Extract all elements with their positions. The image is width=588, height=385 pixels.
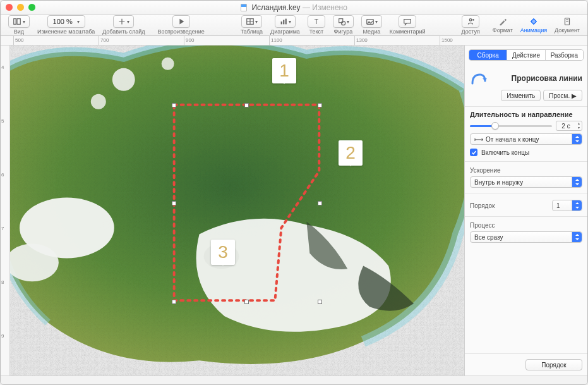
map-marker-1[interactable]: 1 — [272, 58, 296, 83]
acceleration-heading: Ускорение — [470, 167, 582, 174]
build-subtabs: Сборка Действие Разборка — [469, 49, 584, 61]
svg-marker-33 — [575, 202, 579, 204]
svg-marker-28 — [483, 78, 487, 81]
subtab-build-in[interactable]: Сборка — [469, 50, 507, 60]
subtab-build-out[interactable]: Разборка — [545, 50, 583, 60]
minimize-window-button[interactable] — [17, 4, 24, 11]
selection-box — [174, 106, 320, 302]
build-order-button[interactable]: Порядок — [525, 359, 582, 370]
process-select[interactable]: Все сразу — [470, 231, 582, 243]
order-heading: Порядок — [470, 202, 495, 209]
status-bar — [1, 376, 587, 384]
media-button[interactable]: ▾ Медиа — [357, 15, 386, 35]
svg-marker-36 — [575, 238, 579, 240]
svg-marker-30 — [575, 140, 579, 142]
resize-handle[interactable] — [244, 103, 249, 107]
checkmark-icon — [470, 149, 477, 156]
resize-handle[interactable] — [172, 300, 176, 304]
svg-rect-9 — [283, 20, 284, 24]
svg-point-16 — [469, 19, 472, 21]
line-draw-icon — [470, 70, 488, 87]
direction-select[interactable]: ⟼ От начала к концу — [470, 133, 582, 145]
svg-marker-31 — [575, 179, 579, 181]
acceleration-select[interactable]: Внутрь и наружу — [470, 176, 582, 188]
resize-handle[interactable] — [172, 103, 176, 107]
window-titlebar: Исландия.key — Изменено — [1, 1, 587, 15]
change-effect-button[interactable]: Изменить — [501, 90, 541, 101]
svg-rect-8 — [281, 21, 282, 24]
svg-point-27 — [162, 58, 174, 70]
process-heading: Процесс — [470, 222, 582, 229]
svg-marker-34 — [575, 207, 579, 209]
svg-point-13 — [341, 21, 345, 25]
svg-rect-1 — [17, 19, 20, 25]
document-title: Исландия.key — Изменено — [50, 3, 538, 12]
resize-handle[interactable] — [318, 201, 322, 205]
table-button[interactable]: ▾ Таблица — [237, 15, 267, 35]
maximize-window-button[interactable] — [28, 4, 35, 11]
svg-marker-4 — [179, 19, 184, 25]
close-window-button[interactable] — [6, 4, 13, 11]
resize-handle[interactable] — [318, 103, 322, 107]
shape-button[interactable]: ▾ Фигура — [329, 15, 357, 35]
inspector-panel: Сборка Действие Разборка Прорисовка лини… — [464, 46, 587, 376]
svg-marker-35 — [575, 234, 579, 236]
filename-label: Исландия.key — [251, 3, 300, 12]
text-button[interactable]: T Текст — [304, 15, 329, 35]
svg-marker-32 — [575, 183, 579, 185]
map-marker-3[interactable]: 3 — [211, 240, 235, 265]
zoom-selector[interactable]: 100 %▾ Изменение масштаба — [33, 15, 99, 35]
resize-handle[interactable] — [318, 300, 322, 304]
document-inspector-button[interactable]: Документ — [551, 15, 584, 35]
effect-title: Прорисовка линии — [491, 74, 582, 83]
svg-marker-29 — [575, 136, 579, 138]
horizontal-ruler: 500 700 900 1100 1300 1500 — [1, 36, 587, 46]
view-menu-button[interactable]: ▾ Вид — [4, 15, 33, 35]
add-slide-button[interactable]: ▾ Добавить слайд — [99, 15, 148, 35]
svg-text:T: T — [315, 18, 319, 25]
comment-button[interactable]: Комментарий — [386, 15, 429, 35]
animate-inspector-button[interactable]: Анимация — [517, 15, 551, 35]
include-ends-checkbox[interactable]: Включить концы — [470, 149, 582, 156]
vertical-ruler: 4 5 6 7 8 9 — [1, 46, 10, 376]
svg-rect-10 — [285, 19, 287, 25]
resize-handle[interactable] — [244, 300, 249, 304]
svg-point-17 — [472, 19, 474, 21]
format-inspector-button[interactable]: Формат — [489, 15, 517, 35]
play-button[interactable]: Воспроизведение — [153, 15, 208, 35]
svg-rect-0 — [14, 19, 16, 25]
duration-slider[interactable] — [470, 121, 552, 130]
toolbar: ▾ Вид 100 %▾ Изменение масштаба ▾ Добави… — [1, 15, 587, 36]
resize-handle[interactable] — [172, 201, 176, 205]
subtab-action[interactable]: Действие — [507, 50, 544, 60]
svg-point-26 — [91, 94, 106, 109]
document-status: Изменено — [312, 3, 347, 12]
preview-effect-button[interactable]: Просм. ▶ — [543, 90, 582, 101]
window-controls — [6, 4, 50, 11]
order-select[interactable]: 1 — [552, 200, 582, 211]
duration-heading: Длительность и направление — [470, 111, 582, 118]
share-button[interactable]: Доступ — [458, 15, 484, 35]
svg-point-25 — [112, 68, 135, 91]
slide-canvas[interactable]: 1 2 3 — [10, 46, 464, 376]
chart-button[interactable]: ▾ Диаграмма — [267, 15, 304, 35]
duration-stepper[interactable]: 2 с ▴▾ — [556, 121, 582, 131]
document-icon — [241, 4, 247, 11]
map-marker-2[interactable]: 2 — [339, 140, 363, 166]
